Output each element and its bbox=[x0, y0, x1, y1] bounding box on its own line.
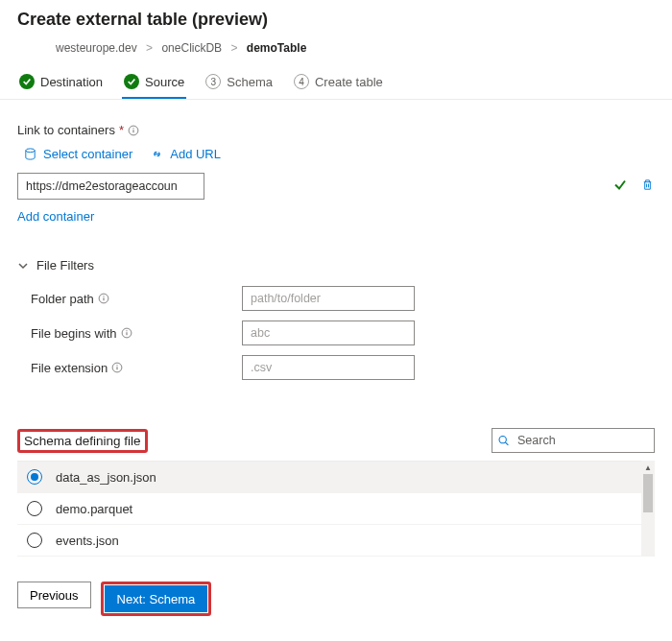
svg-line-14 bbox=[506, 442, 509, 445]
svg-point-3 bbox=[26, 149, 35, 153]
step-number-icon: 4 bbox=[294, 74, 309, 89]
valid-check-icon bbox=[613, 178, 627, 195]
link-icon bbox=[150, 147, 164, 161]
search-icon bbox=[497, 435, 510, 447]
wizard-step-destination[interactable]: Destination bbox=[17, 70, 105, 99]
wizard-step-label: Create table bbox=[315, 75, 383, 89]
svg-point-5 bbox=[103, 296, 104, 297]
svg-point-11 bbox=[117, 365, 118, 366]
wizard-steps: Destination Source 3 Schema 4 Create tab… bbox=[0, 64, 672, 100]
file-extension-label: File extension bbox=[31, 361, 242, 375]
svg-rect-2 bbox=[133, 130, 134, 132]
wizard-step-label: Source bbox=[145, 75, 184, 89]
file-begins-with-label: File begins with bbox=[31, 326, 242, 341]
next-schema-button[interactable]: Next: Schema bbox=[105, 585, 208, 612]
check-icon bbox=[124, 74, 139, 89]
delete-icon[interactable] bbox=[640, 178, 655, 195]
containers-section-label: Link to containers * bbox=[17, 123, 655, 137]
breadcrumb-sep: > bbox=[146, 41, 153, 55]
svg-point-8 bbox=[126, 330, 127, 331]
folder-path-label: Folder path bbox=[31, 292, 242, 306]
file-begins-with-input[interactable] bbox=[242, 320, 415, 345]
wizard-step-source[interactable]: Source bbox=[122, 70, 186, 99]
info-icon[interactable] bbox=[98, 293, 109, 304]
svg-rect-12 bbox=[117, 367, 118, 369]
file-name: data_as_json.json bbox=[56, 470, 156, 485]
svg-rect-9 bbox=[126, 332, 127, 335]
schema-file-row[interactable]: events.json bbox=[17, 525, 655, 557]
breadcrumb-sep: > bbox=[230, 41, 237, 55]
schema-file-list: data_as_json.json demo.parquet events.js… bbox=[17, 461, 655, 557]
breadcrumb-item[interactable]: oneClickDB bbox=[161, 41, 222, 55]
wizard-step-label: Schema bbox=[227, 75, 273, 89]
file-name: demo.parquet bbox=[56, 502, 132, 516]
info-icon[interactable] bbox=[111, 362, 123, 373]
svg-point-1 bbox=[132, 128, 133, 129]
select-container-button[interactable]: Select container bbox=[23, 147, 132, 161]
wizard-step-schema[interactable]: 3 Schema bbox=[204, 70, 275, 99]
scroll-thumb[interactable] bbox=[643, 474, 653, 512]
breadcrumb-item[interactable]: westeurope.dev bbox=[56, 41, 137, 55]
radio-selected[interactable] bbox=[27, 469, 42, 485]
breadcrumb-item-current: demoTable bbox=[247, 41, 306, 55]
file-extension-input[interactable] bbox=[242, 355, 415, 380]
svg-rect-6 bbox=[103, 297, 104, 300]
schema-file-row[interactable]: demo.parquet bbox=[17, 493, 655, 525]
info-icon[interactable] bbox=[128, 125, 139, 136]
schema-defining-file-title: Schema defining file bbox=[17, 429, 148, 453]
wizard-step-create-table[interactable]: 4 Create table bbox=[292, 70, 385, 99]
container-url-input[interactable] bbox=[17, 173, 204, 200]
file-filters-toggle[interactable]: File Filters bbox=[17, 254, 655, 276]
scroll-up-arrow[interactable]: ▲ bbox=[641, 461, 655, 474]
add-url-button[interactable]: Add URL bbox=[150, 147, 221, 161]
svg-point-13 bbox=[499, 437, 506, 443]
previous-button[interactable]: Previous bbox=[17, 582, 91, 608]
folder-path-input[interactable] bbox=[242, 286, 415, 311]
check-icon bbox=[19, 74, 35, 89]
schema-file-row[interactable]: data_as_json.json bbox=[17, 462, 655, 493]
wizard-step-label: Destination bbox=[40, 75, 103, 89]
radio-unselected[interactable] bbox=[27, 501, 42, 516]
file-name: events.json bbox=[56, 534, 119, 548]
add-container-link[interactable]: Add container bbox=[17, 209, 94, 224]
chevron-down-icon bbox=[17, 260, 29, 272]
required-star: * bbox=[119, 123, 124, 137]
scrollbar[interactable]: ▲ bbox=[641, 461, 655, 557]
info-icon[interactable] bbox=[121, 327, 132, 339]
radio-unselected[interactable] bbox=[27, 533, 42, 548]
database-icon bbox=[23, 147, 37, 161]
step-number-icon: 3 bbox=[205, 74, 221, 89]
breadcrumb: westeurope.dev > oneClickDB > demoTable bbox=[17, 37, 655, 64]
schema-search-input[interactable] bbox=[492, 428, 655, 453]
page-title: Create external table (preview) bbox=[17, 10, 655, 30]
